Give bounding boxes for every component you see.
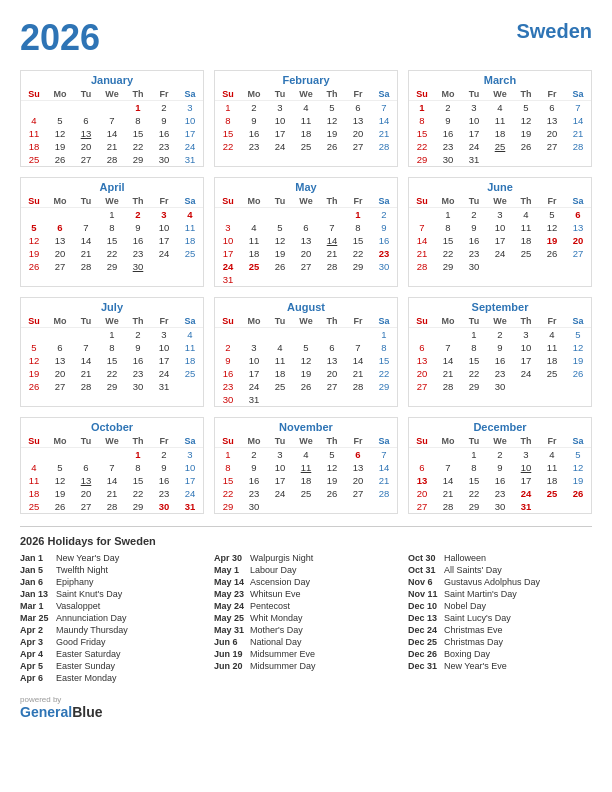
calendar-day: 7 — [73, 341, 99, 354]
calendar-day: 9 — [487, 341, 513, 354]
calendar-day — [293, 393, 319, 406]
holiday-name: Gustavus Adolphus Day — [444, 577, 540, 587]
holiday-date: Apr 30 — [214, 553, 246, 563]
calendar-day: 3 — [177, 448, 203, 462]
month-title: November — [215, 418, 397, 435]
calendar-day: 31 — [177, 153, 203, 166]
calendar-day: 19 — [565, 354, 591, 367]
holiday-item: Apr 6Easter Monday — [20, 673, 204, 683]
holiday-date: Apr 3 — [20, 637, 52, 647]
calendar-day: 6 — [47, 221, 73, 234]
calendar-day: 18 — [21, 140, 47, 153]
holiday-name: Halloween — [444, 553, 486, 563]
calendar-day — [293, 208, 319, 222]
calendar-day: 23 — [125, 367, 151, 380]
calendar-day — [539, 260, 565, 273]
month-block-march: MarchSuMoTuWeThFrSa123456789101112131415… — [408, 70, 592, 167]
calendar-day: 24 — [151, 247, 177, 260]
calendar-day: 27 — [319, 380, 345, 393]
calendar-day: 3 — [513, 328, 539, 342]
holiday-item: Apr 3Good Friday — [20, 637, 204, 647]
calendar-day — [47, 328, 73, 342]
calendar-day: 21 — [371, 127, 397, 140]
month-title: March — [409, 71, 591, 88]
calendar-day: 8 — [461, 461, 487, 474]
calendar-day: 27 — [345, 140, 371, 153]
calendar-day: 11 — [241, 234, 267, 247]
calendar-day — [47, 448, 73, 462]
calendar-day: 18 — [487, 127, 513, 140]
calendar-day: 10 — [267, 114, 293, 127]
calendar-day: 27 — [73, 500, 99, 513]
month-title: May — [215, 178, 397, 195]
calendar-day: 14 — [435, 354, 461, 367]
calendar-day: 21 — [565, 127, 591, 140]
calendar-day: 2 — [151, 448, 177, 462]
holiday-item: Dec 13Saint Lucy's Day — [408, 613, 592, 623]
calendar-day: 2 — [371, 208, 397, 222]
calendar-day: 18 — [539, 354, 565, 367]
calendar-day: 2 — [487, 328, 513, 342]
calendar-day — [409, 208, 435, 222]
calendar-day: 5 — [293, 341, 319, 354]
calendar-day: 2 — [487, 448, 513, 462]
calendar-day: 8 — [371, 341, 397, 354]
calendar-day: 16 — [241, 474, 267, 487]
calendar-day: 26 — [319, 140, 345, 153]
calendar-day: 11 — [177, 221, 203, 234]
calendar-day: 7 — [435, 461, 461, 474]
holiday-name: Christmas Day — [444, 637, 503, 647]
calendar-day: 6 — [293, 221, 319, 234]
holiday-item: Jun 20Midsummer Day — [214, 661, 398, 671]
holiday-item: Dec 31New Year's Eve — [408, 661, 592, 671]
calendar-day: 31 — [177, 500, 203, 513]
holiday-name: Good Friday — [56, 637, 106, 647]
calendar-day: 11 — [539, 461, 565, 474]
calendar-day: 26 — [539, 247, 565, 260]
calendar-day: 4 — [177, 328, 203, 342]
calendar-day: 2 — [125, 208, 151, 222]
calendar-day: 6 — [345, 101, 371, 115]
calendar-day: 4 — [487, 101, 513, 115]
holiday-name: Saint Lucy's Day — [444, 613, 511, 623]
calendar-day — [241, 208, 267, 222]
holiday-item: Apr 5Easter Sunday — [20, 661, 204, 671]
calendar-day: 25 — [21, 500, 47, 513]
calendar-day: 30 — [461, 260, 487, 273]
calendar-day — [215, 208, 241, 222]
calendar-day: 4 — [241, 221, 267, 234]
calendar-day — [267, 273, 293, 286]
calendar-day — [267, 500, 293, 513]
calendar-day: 4 — [293, 448, 319, 462]
month-title: September — [409, 298, 591, 315]
calendar-day: 18 — [177, 234, 203, 247]
calendar-day: 9 — [151, 461, 177, 474]
calendar-day: 13 — [409, 474, 435, 487]
calendar-day: 9 — [125, 221, 151, 234]
calendar-day: 3 — [151, 328, 177, 342]
calendar-day: 31 — [241, 393, 267, 406]
holiday-date: Dec 24 — [408, 625, 440, 635]
calendar-day: 17 — [513, 474, 539, 487]
calendar-day: 6 — [409, 341, 435, 354]
calendar-day: 12 — [565, 341, 591, 354]
calendar-day: 18 — [21, 487, 47, 500]
calendar-day: 5 — [565, 328, 591, 342]
calendar-day: 4 — [293, 101, 319, 115]
calendar-day: 28 — [319, 260, 345, 273]
holiday-name: Ascension Day — [250, 577, 310, 587]
holiday-date: Jun 6 — [214, 637, 246, 647]
calendar-day: 19 — [21, 367, 47, 380]
calendar-day: 1 — [215, 448, 241, 462]
calendar-day: 29 — [371, 380, 397, 393]
holiday-name: Easter Sunday — [56, 661, 115, 671]
calendar-day: 24 — [151, 367, 177, 380]
calendar-day: 17 — [267, 127, 293, 140]
holiday-item: Dec 26Boxing Day — [408, 649, 592, 659]
calendar-day — [319, 500, 345, 513]
calendar-day: 23 — [487, 487, 513, 500]
holidays-grid: Jan 1New Year's DayJan 5Twelfth NightJan… — [20, 553, 592, 685]
calendar-day — [241, 328, 267, 342]
holiday-name: Easter Saturday — [56, 649, 121, 659]
calendar-day — [177, 260, 203, 273]
